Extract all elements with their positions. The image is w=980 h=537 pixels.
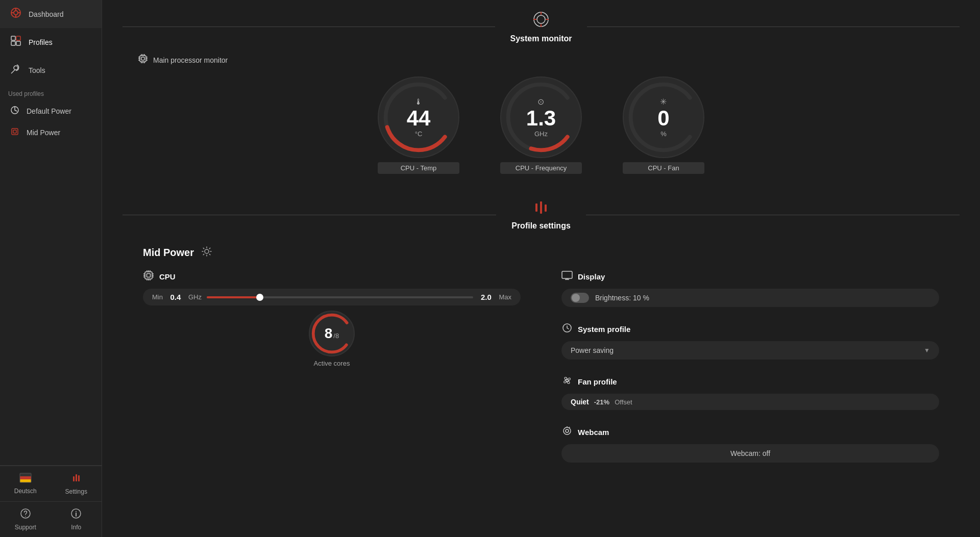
cpu-fan-value: 0 bbox=[657, 108, 669, 129]
fan-profile-icon bbox=[561, 375, 573, 389]
cpu-block-header: CPU bbox=[143, 270, 521, 284]
svg-rect-47 bbox=[535, 203, 537, 212]
cpu-min-label: Min bbox=[152, 293, 163, 301]
settings-label: Settings bbox=[65, 488, 87, 495]
fan-offset-value: -21% bbox=[594, 398, 609, 406]
brightness-toggle[interactable] bbox=[571, 293, 589, 303]
svg-rect-15 bbox=[20, 476, 31, 479]
display-block-title: Display bbox=[578, 272, 605, 281]
cpu-frequency-gauge: ⊙ 1.3 GHz CPU - Frequency bbox=[500, 76, 582, 174]
support-icon bbox=[20, 508, 31, 522]
svg-rect-50 bbox=[145, 272, 152, 279]
cpu-block-title: CPU bbox=[159, 272, 176, 281]
processor-icon bbox=[138, 54, 148, 66]
main-content: System monitor bbox=[102, 0, 980, 537]
profile-name: Mid Power bbox=[143, 247, 194, 259]
settings-icon bbox=[70, 472, 82, 486]
svg-rect-29 bbox=[141, 57, 144, 60]
system-monitor-title: System monitor bbox=[510, 34, 572, 43]
svg-rect-12 bbox=[12, 129, 18, 135]
svg-rect-18 bbox=[73, 476, 75, 481]
deutsch-label: Deutsch bbox=[14, 488, 37, 495]
profiles-icon bbox=[10, 35, 21, 49]
profile-settings-area: Mid Power bbox=[102, 236, 980, 478]
sidebar-bottom-info[interactable]: Info bbox=[51, 501, 102, 537]
cpu-fan-unit: % bbox=[660, 130, 667, 138]
sidebar-bottom-settings[interactable]: Settings bbox=[51, 466, 102, 501]
webcam-title: Webcam bbox=[578, 428, 609, 437]
cpu-slider-row[interactable]: Min 0.4 GHz 2.0 Max bbox=[143, 289, 521, 305]
frequency-icon: ⊙ bbox=[537, 97, 544, 107]
sidebar-profile-mid-power[interactable]: Mid Power bbox=[0, 122, 102, 143]
brightness-value: Brightness: 10 % bbox=[595, 294, 649, 302]
cpu-temp-value: 44 bbox=[407, 108, 431, 129]
active-cores-wrap: 8 /8 Active cores bbox=[143, 311, 521, 367]
default-power-icon bbox=[10, 106, 19, 117]
svg-rect-28 bbox=[140, 56, 146, 62]
fan-profile-value: Quiet bbox=[571, 398, 589, 406]
deutsch-icon bbox=[19, 473, 32, 485]
fan-icon: ✳ bbox=[660, 97, 667, 107]
svg-point-70 bbox=[564, 427, 571, 434]
dropdown-arrow: ▼ bbox=[924, 347, 930, 354]
settings-grid: CPU Min 0.4 GHz 2.0 Max bbox=[133, 270, 949, 463]
gauges-row: 🌡 44 °C CPU - Temp ⊙ 1.3 bbox=[133, 76, 949, 174]
sidebar-profile-default-power[interactable]: Default Power bbox=[0, 100, 102, 122]
fan-profile-row[interactable]: Quiet -21% Offset bbox=[561, 394, 939, 410]
cpu-block-icon bbox=[143, 270, 154, 284]
webcam-header: Webcam bbox=[561, 425, 939, 439]
profile-mid-power-label: Mid Power bbox=[27, 129, 60, 137]
svg-rect-51 bbox=[147, 274, 151, 277]
profile-gear-icon[interactable] bbox=[201, 246, 212, 260]
webcam-status: Webcam: off bbox=[730, 449, 770, 457]
toggle-knob bbox=[572, 294, 580, 302]
display-block-header: Display bbox=[561, 270, 939, 284]
sidebar-item-tools[interactable]: Tools bbox=[0, 56, 102, 84]
profile-settings-header: Profile settings bbox=[102, 189, 980, 236]
sidebar-item-profiles[interactable]: Profiles bbox=[0, 28, 102, 56]
support-label: Support bbox=[15, 524, 36, 531]
system-profile-value: Power saving bbox=[571, 346, 614, 354]
main-processor-monitor-title: Main processor monitor bbox=[153, 56, 228, 64]
dashboard-icon bbox=[10, 7, 21, 21]
system-profile-title: System profile bbox=[578, 325, 630, 334]
svg-rect-49 bbox=[545, 204, 547, 212]
sidebar-item-dashboard[interactable]: Dashboard bbox=[0, 0, 102, 28]
cpu-temp-unit: °C bbox=[415, 130, 423, 138]
system-monitor-title-block: System monitor bbox=[495, 10, 587, 43]
svg-rect-20 bbox=[78, 475, 80, 481]
svg-rect-14 bbox=[20, 473, 31, 476]
profile-default-power-label: Default Power bbox=[27, 107, 71, 115]
webcam-sub-block: Webcam Webcam: off bbox=[561, 425, 939, 463]
svg-point-71 bbox=[566, 429, 569, 432]
brightness-toggle-row[interactable]: Brightness: 10 % bbox=[561, 289, 939, 307]
used-profiles-section-label: Used profiles bbox=[0, 84, 102, 100]
cpu-slider-track[interactable] bbox=[207, 296, 473, 298]
profile-settings-title-block: Profile settings bbox=[496, 199, 586, 231]
profile-name-row: Mid Power bbox=[133, 241, 949, 270]
cpu-frequency-label: CPU - Frequency bbox=[500, 162, 582, 174]
svg-rect-66 bbox=[562, 271, 572, 278]
info-label: Info bbox=[71, 524, 81, 531]
svg-rect-7 bbox=[16, 36, 20, 40]
cpu-fan-gauge: ✳ 0 % CPU - Fan bbox=[623, 76, 704, 174]
sidebar: Dashboard Profiles bbox=[0, 0, 102, 537]
cpu-max-value: 2.0 bbox=[478, 293, 494, 301]
mid-power-icon bbox=[10, 127, 19, 138]
svg-point-10 bbox=[14, 66, 18, 70]
sidebar-bottom-deutsch[interactable]: Deutsch bbox=[0, 466, 51, 501]
cpu-temp-dial: 🌡 44 °C bbox=[378, 76, 459, 158]
main-processor-monitor-label: Main processor monitor bbox=[133, 54, 949, 66]
system-profile-dropdown[interactable]: Power saving ▼ bbox=[561, 341, 939, 360]
tools-label: Tools bbox=[29, 66, 45, 74]
cpu-slider-thumb[interactable] bbox=[256, 294, 263, 301]
webcam-status-row[interactable]: Webcam: off bbox=[561, 444, 939, 463]
profiles-label: Profiles bbox=[29, 38, 53, 46]
sidebar-bottom-support[interactable]: Support bbox=[0, 501, 51, 537]
cpu-temp-gauge: 🌡 44 °C CPU - Temp bbox=[378, 76, 459, 174]
svg-rect-48 bbox=[540, 201, 542, 214]
active-cores-value: 8 bbox=[325, 326, 333, 341]
svg-rect-19 bbox=[76, 474, 77, 481]
profile-settings-title: Profile settings bbox=[511, 221, 571, 231]
info-icon bbox=[70, 508, 82, 522]
